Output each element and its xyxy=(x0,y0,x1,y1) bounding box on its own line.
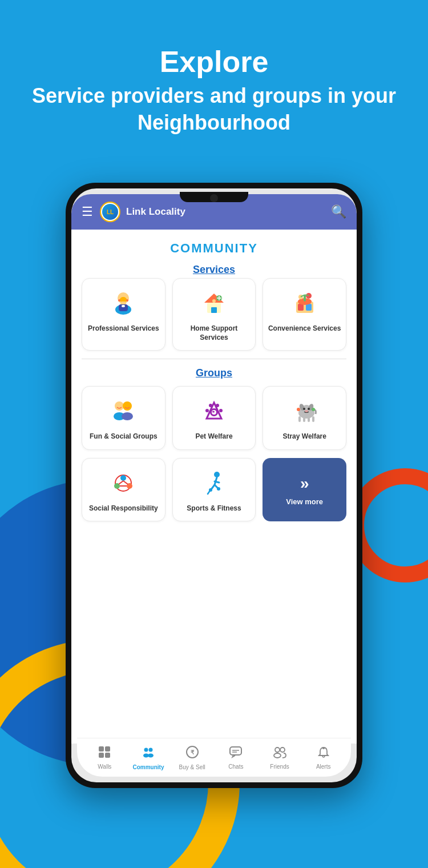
nav-alerts[interactable]: Alerts xyxy=(301,746,345,770)
convenience-label: Convenience Services xyxy=(268,324,341,333)
view-more-label: View more xyxy=(286,497,323,506)
community-title: COMMUNITY xyxy=(82,241,346,256)
svg-rect-17 xyxy=(306,304,312,311)
svg-point-41 xyxy=(308,408,310,410)
svg-point-50 xyxy=(120,475,126,481)
card-professional-services[interactable]: Professional Services xyxy=(82,278,165,351)
fun-social-label: Fun & Social Groups xyxy=(90,432,158,441)
svg-point-64 xyxy=(149,748,153,752)
social-responsibility-icon xyxy=(108,468,139,499)
main-content: COMMUNITY Services xyxy=(71,230,357,744)
svg-point-25 xyxy=(122,412,133,420)
convenience-icon xyxy=(289,288,320,319)
groups-grid-2: Social Responsibility xyxy=(82,458,346,522)
svg-rect-16 xyxy=(298,304,304,311)
hero-title: Explore xyxy=(23,46,405,78)
svg-text:₹: ₹ xyxy=(191,749,195,756)
professional-services-icon xyxy=(108,288,139,319)
phone-shell: ☰ LL Link Locality 🔍 COMMUNITY Services xyxy=(66,183,362,788)
card-social-responsibility[interactable]: Social Responsibility xyxy=(82,458,165,522)
svg-point-35 xyxy=(212,411,215,413)
menu-icon[interactable]: ☰ xyxy=(82,204,93,219)
groups-subtitle: Groups xyxy=(82,367,346,379)
sports-fitness-label: Sports & Fitness xyxy=(187,504,241,513)
svg-point-40 xyxy=(303,408,305,410)
svg-point-72 xyxy=(275,748,280,752)
nav-chats[interactable]: Chats xyxy=(214,746,258,770)
card-pet-welfare[interactable]: Pet Welfare xyxy=(172,386,256,450)
svg-rect-59 xyxy=(99,746,104,752)
stray-welfare-icon xyxy=(289,396,320,427)
alerts-nav-label: Alerts xyxy=(316,763,331,770)
home-support-icon xyxy=(199,288,229,319)
card-view-more[interactable]: » View more xyxy=(263,458,346,522)
svg-rect-62 xyxy=(105,753,110,758)
svg-rect-69 xyxy=(230,747,241,755)
logo-inner: LL xyxy=(102,204,118,220)
professional-services-label: Professional Services xyxy=(88,324,159,333)
buy-sell-nav-label: Buy & Sell xyxy=(179,764,205,770)
sports-fitness-icon xyxy=(199,468,229,499)
svg-point-30 xyxy=(209,404,212,407)
svg-rect-61 xyxy=(99,753,104,758)
svg-point-66 xyxy=(148,753,154,757)
svg-rect-43 xyxy=(298,416,301,422)
phone-camera xyxy=(210,194,218,202)
svg-line-53 xyxy=(119,481,123,484)
pet-welfare-label: Pet Welfare xyxy=(195,432,232,441)
svg-point-33 xyxy=(219,409,223,412)
svg-point-58 xyxy=(217,487,220,491)
search-icon[interactable]: 🔍 xyxy=(331,204,346,219)
hero-section: Explore Service providers and groups in … xyxy=(0,46,428,136)
svg-point-32 xyxy=(205,409,209,412)
community-nav-label: Community xyxy=(133,764,164,770)
app-logo: LL xyxy=(100,202,120,222)
friends-icon xyxy=(273,746,286,762)
divider-1 xyxy=(82,359,346,359)
svg-rect-11 xyxy=(212,299,216,303)
card-home-support[interactable]: Home Support Services xyxy=(172,278,256,351)
svg-point-75 xyxy=(322,747,325,749)
svg-point-73 xyxy=(274,753,281,758)
hero-subtitle: Service providers and groups in your Nei… xyxy=(23,83,405,136)
services-subtitle: Services xyxy=(82,264,346,276)
svg-point-74 xyxy=(280,748,285,752)
services-grid: Professional Services xyxy=(82,278,346,351)
groups-grid-1: Fun & Social Groups xyxy=(82,386,346,450)
view-more-arrows: » xyxy=(300,475,309,493)
svg-line-54 xyxy=(123,481,128,484)
svg-point-42 xyxy=(305,410,308,412)
chats-icon xyxy=(229,746,242,762)
svg-point-47 xyxy=(297,408,300,411)
card-sports-fitness[interactable]: Sports & Fitness xyxy=(172,458,256,522)
walls-icon xyxy=(98,746,111,762)
svg-point-48 xyxy=(312,408,315,411)
svg-rect-10 xyxy=(211,307,217,313)
nav-community[interactable]: Community xyxy=(127,745,171,770)
walls-nav-label: Walls xyxy=(98,763,111,770)
social-responsibility-label: Social Responsibility xyxy=(89,504,158,513)
home-support-label: Home Support Services xyxy=(177,324,251,342)
svg-point-5 xyxy=(118,299,120,302)
card-stray-welfare[interactable]: Stray Welfare xyxy=(263,386,346,450)
nav-walls[interactable]: Walls xyxy=(83,746,127,770)
app-title: Link Locality xyxy=(126,206,331,218)
svg-rect-45 xyxy=(308,417,310,422)
bottom-nav: Walls Community ₹ xyxy=(77,738,351,777)
chats-nav-label: Chats xyxy=(228,763,243,770)
svg-rect-44 xyxy=(303,417,305,422)
nav-friends[interactable]: Friends xyxy=(258,746,302,770)
alerts-icon xyxy=(317,746,330,762)
svg-rect-46 xyxy=(312,416,314,422)
stray-welfare-label: Stray Welfare xyxy=(282,432,326,441)
svg-rect-60 xyxy=(105,746,110,752)
card-convenience[interactable]: Convenience Services xyxy=(263,278,346,351)
friends-nav-label: Friends xyxy=(270,763,289,770)
phone-screen: ☰ LL Link Locality 🔍 COMMUNITY Services xyxy=(71,188,357,782)
svg-rect-7 xyxy=(122,305,125,307)
community-icon xyxy=(142,745,155,762)
card-fun-social[interactable]: Fun & Social Groups xyxy=(82,386,165,450)
fun-social-icon xyxy=(108,396,139,427)
buy-sell-icon: ₹ xyxy=(185,745,199,762)
nav-buy-sell[interactable]: ₹ Buy & Sell xyxy=(170,745,214,770)
